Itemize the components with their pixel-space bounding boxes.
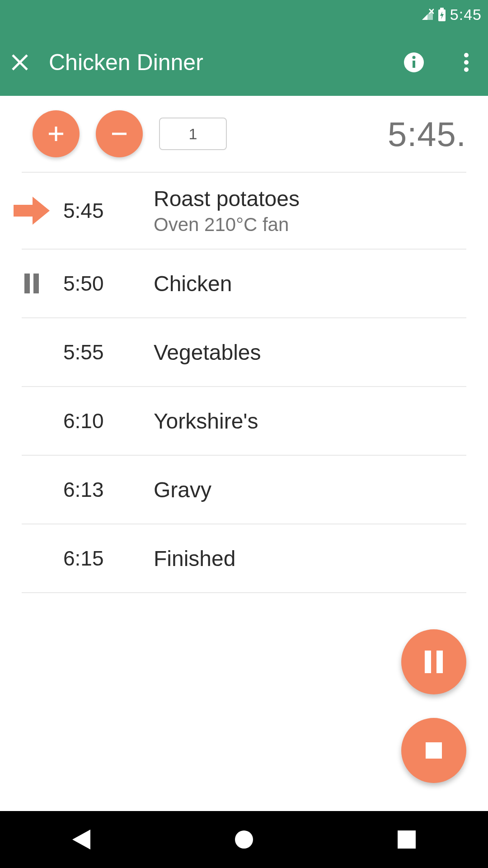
- step-row[interactable]: 5:50 Chicken: [0, 250, 488, 317]
- step-time: 6:15: [63, 546, 154, 571]
- step-row[interactable]: 5:45 Roast potatoes Oven 210°C fan: [0, 173, 488, 249]
- minus-icon: [109, 124, 129, 144]
- increment-button[interactable]: [33, 110, 80, 157]
- pause-icon: [24, 274, 39, 293]
- step-label: Finished: [154, 546, 466, 571]
- decrement-button[interactable]: [96, 110, 143, 157]
- no-signal-icon: [421, 8, 434, 21]
- step-label: Roast potatoes: [154, 186, 466, 211]
- step-row[interactable]: 6:13 Gravy: [0, 456, 488, 524]
- step-sublabel: Oven 210°C fan: [154, 214, 466, 236]
- step-time: 5:55: [63, 340, 154, 364]
- stop-fab[interactable]: [401, 718, 466, 783]
- count-input[interactable]: 1: [159, 118, 227, 150]
- recent-apps-button[interactable]: [361, 811, 452, 868]
- step-time: 5:45: [63, 198, 154, 223]
- pause-icon: [425, 651, 443, 673]
- step-time: 5:50: [63, 271, 154, 296]
- svg-marker-18: [14, 197, 50, 225]
- controls-row: 1 5:45.: [0, 96, 488, 172]
- svg-marker-1: [422, 14, 427, 20]
- home-button[interactable]: [199, 811, 289, 868]
- svg-rect-21: [398, 830, 416, 849]
- divider: [22, 592, 466, 593]
- battery-charging-icon: [437, 8, 446, 21]
- svg-point-13: [464, 60, 469, 65]
- step-time: 6:10: [63, 409, 154, 433]
- status-bar: 5:45: [0, 0, 488, 29]
- step-label: Yorkshire's: [154, 409, 466, 434]
- stop-icon: [426, 742, 442, 759]
- step-row[interactable]: 6:10 Yorkshire's: [0, 387, 488, 455]
- current-time-display: 5:45.: [388, 114, 466, 154]
- step-label: Gravy: [154, 477, 466, 502]
- step-label: Vegetables: [154, 340, 466, 365]
- status-clock: 5:45: [450, 6, 482, 24]
- step-label: Chicken: [154, 271, 466, 296]
- more-vert-icon[interactable]: [454, 50, 479, 75]
- arrow-right-icon: [14, 197, 50, 225]
- step-time: 6:13: [63, 477, 154, 502]
- svg-marker-19: [72, 830, 90, 849]
- svg-point-20: [235, 830, 253, 849]
- app-bar: Chicken Dinner: [0, 29, 488, 96]
- plus-icon: [46, 124, 66, 144]
- svg-rect-10: [413, 61, 415, 68]
- info-icon[interactable]: [401, 50, 427, 75]
- step-row[interactable]: 5:55 Vegetables: [0, 318, 488, 386]
- back-button[interactable]: [36, 811, 127, 868]
- close-icon[interactable]: [9, 52, 31, 73]
- svg-point-12: [464, 53, 469, 57]
- page-title: Chicken Dinner: [49, 49, 374, 75]
- svg-point-11: [413, 56, 416, 59]
- system-nav-bar: [0, 811, 488, 868]
- svg-point-14: [464, 67, 469, 72]
- svg-rect-5: [440, 8, 444, 10]
- step-row[interactable]: 6:15 Finished: [0, 524, 488, 592]
- main-content: 1 5:45. 5:45 Roast potatoes Oven 210°C f…: [0, 96, 488, 811]
- pause-fab[interactable]: [401, 629, 466, 694]
